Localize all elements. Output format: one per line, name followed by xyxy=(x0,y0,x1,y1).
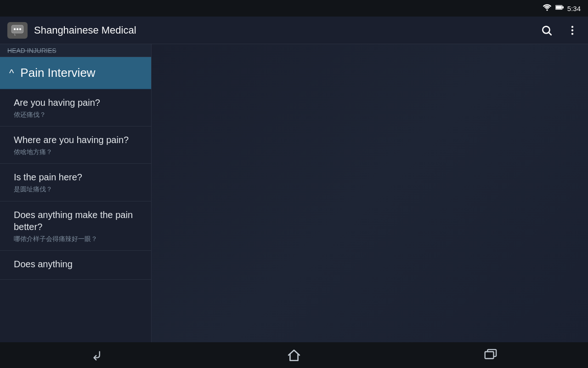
scrolled-category-hint: HEAD INJURIES xyxy=(0,44,152,57)
list-item-chinese: 哪侬介样子会得痛辣好一眼？ xyxy=(14,235,142,243)
list-item-chinese: 侬啥地方痛？ xyxy=(14,148,142,156)
list-item-chinese: 是圆址痛伐？ xyxy=(14,185,142,193)
list-item-english: Are you having pain? xyxy=(14,97,142,109)
list-item[interactable]: Is the pain here? 是圆址痛伐？ xyxy=(0,164,151,201)
content-area xyxy=(152,44,588,342)
svg-line-9 xyxy=(549,33,551,35)
category-header-pain-interview[interactable]: ^ Pain Interview xyxy=(0,57,151,89)
home-button[interactable] xyxy=(276,345,312,365)
status-bar: 5:34 xyxy=(0,0,588,17)
svg-point-6 xyxy=(17,28,18,30)
list-item[interactable]: Are you having pain? 侬还痛伐？ xyxy=(0,89,151,126)
svg-point-12 xyxy=(571,33,573,34)
svg-point-0 xyxy=(546,9,548,11)
recents-button[interactable] xyxy=(472,345,509,365)
app-bar-actions xyxy=(538,22,581,39)
category-title: Pain Interview xyxy=(20,66,95,80)
list-item-english: Does anything xyxy=(14,258,142,270)
svg-point-7 xyxy=(19,28,21,30)
svg-point-11 xyxy=(571,29,573,31)
svg-rect-3 xyxy=(556,6,562,9)
list-item[interactable]: Where are you having pain? 侬啥地方痛？ xyxy=(0,126,151,164)
status-icons: 5:34 xyxy=(543,4,581,13)
list-item[interactable]: Does anything xyxy=(0,251,151,280)
list-item-english: Where are you having pain? xyxy=(14,134,142,146)
app-bar: Shanghainese Medical xyxy=(0,17,588,44)
list-item-chinese: 侬还痛伐？ xyxy=(14,110,142,119)
svg-point-10 xyxy=(571,26,573,28)
list-item-english: Is the pain here? xyxy=(14,171,142,183)
main-container: HEAD INJURIES ^ Pain Interview Are you h… xyxy=(0,44,588,342)
chevron-up-icon: ^ xyxy=(9,67,14,79)
svg-rect-14 xyxy=(485,352,493,359)
list-item[interactable]: Does anything make the pain better? 哪侬介样… xyxy=(0,201,151,251)
list-item-english: Does anything make the pain better? xyxy=(14,209,142,233)
svg-point-5 xyxy=(14,28,16,30)
status-time: 5:34 xyxy=(567,5,581,12)
app-logo xyxy=(7,22,28,39)
wifi-icon xyxy=(543,4,552,13)
app-title: Shanghainese Medical xyxy=(34,24,538,36)
scrolled-category-label: HEAD INJURIES xyxy=(7,47,57,54)
more-options-button[interactable] xyxy=(564,22,581,39)
sidebar: HEAD INJURIES ^ Pain Interview Are you h… xyxy=(0,44,152,342)
battery-icon xyxy=(555,4,564,12)
nav-bar xyxy=(0,342,588,368)
back-button[interactable] xyxy=(79,345,116,365)
search-button[interactable] xyxy=(538,22,555,39)
svg-rect-2 xyxy=(562,6,564,9)
